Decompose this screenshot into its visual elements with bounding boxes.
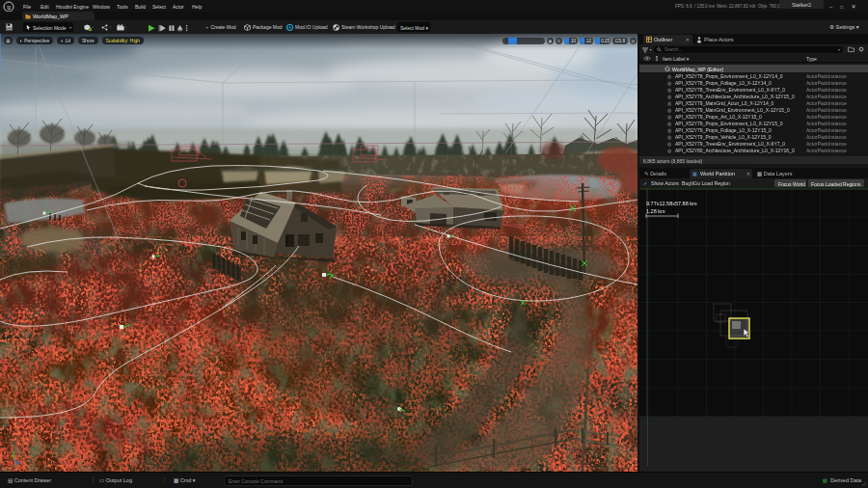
svg-text:9.77x12.58x57.88 km: 9.77x12.58x57.88 km — [646, 201, 697, 206]
svg-text:u: u — [7, 3, 11, 12]
svg-text:1.28 km: 1.28 km — [646, 208, 665, 214]
